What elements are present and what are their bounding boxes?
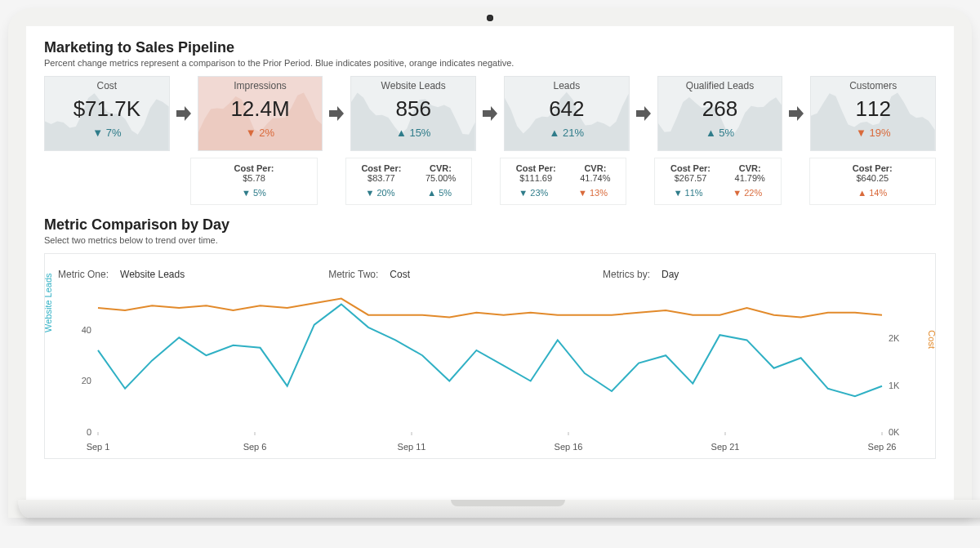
right-axis-title: Cost bbox=[927, 330, 937, 349]
series-line bbox=[98, 305, 882, 397]
cost-per-value: $267.57 bbox=[675, 173, 707, 183]
metrics-by-label: Metrics by: bbox=[603, 269, 650, 280]
dashboard-screen: Marketing to Sales Pipeline Percent chan… bbox=[26, 26, 954, 500]
spacer bbox=[166, 158, 187, 205]
funnel-stage[interactable]: Website Leads856▲ 15% bbox=[350, 76, 476, 151]
funnel-stage[interactable]: Cost$71.7K▼ 7% bbox=[44, 76, 170, 151]
stage-label: Website Leads bbox=[351, 80, 475, 91]
y-left-tick: 0 bbox=[87, 427, 91, 437]
spacer bbox=[475, 158, 497, 205]
stage-detail: Cost Per:$5.78▼ 5% bbox=[190, 158, 317, 205]
left-axis-title: Website Leads bbox=[43, 273, 53, 332]
stage-label: Impressions bbox=[198, 80, 323, 91]
cost-per-label: Cost Per: bbox=[670, 163, 710, 173]
cost-per-delta: ▼ 23% bbox=[519, 188, 548, 198]
stage-detail: Cost Per:$267.57CVR:41.79%▼ 11%▼ 22% bbox=[654, 158, 781, 205]
stage-detail: Cost Per:$111.69CVR:41.74%▼ 23%▼ 13% bbox=[500, 158, 626, 205]
spacer bbox=[44, 158, 163, 205]
y-left-tick: 40 bbox=[82, 325, 91, 335]
comparison-chart: Metric One: Website Leads Metric Two: Co… bbox=[44, 253, 936, 459]
spacer bbox=[785, 158, 806, 205]
cvr-label: CVR: bbox=[735, 163, 765, 173]
metric-two-label: Metric Two: bbox=[328, 269, 378, 280]
funnel-arrow-icon bbox=[326, 76, 347, 151]
stage-delta: ▼ 19% bbox=[811, 127, 935, 139]
y-right-tick: 1K bbox=[889, 381, 900, 390]
cost-per-delta: ▼ 5% bbox=[242, 188, 266, 198]
stage-value: 642 bbox=[505, 96, 629, 122]
stage-label: Qualified Leads bbox=[658, 80, 782, 91]
series-line bbox=[98, 299, 882, 318]
funnel-stage[interactable]: Leads642▲ 21% bbox=[504, 76, 630, 151]
cvr-value: 41.74% bbox=[580, 173, 610, 183]
x-tick: Sep 1 bbox=[87, 442, 110, 452]
stage-label: Leads bbox=[505, 80, 629, 91]
y-right-tick: 2K bbox=[889, 333, 900, 343]
x-tick: Sep 6 bbox=[243, 442, 267, 452]
cost-per-value: $5.78 bbox=[243, 173, 265, 183]
metric-one-select[interactable]: Website Leads bbox=[120, 269, 185, 280]
funnel-stage[interactable]: Impressions12.4M▼ 2% bbox=[198, 76, 323, 151]
y-right-tick: 0K bbox=[889, 427, 900, 437]
funnel-stage[interactable]: Customers112▼ 19% bbox=[810, 76, 936, 151]
line-chart-svg: 020400K1K2KSep 1Sep 6Sep 11Sep 16Sep 21S… bbox=[55, 283, 925, 455]
metric-two-select[interactable]: Cost bbox=[390, 269, 410, 280]
x-tick: Sep 16 bbox=[555, 442, 583, 452]
cvr-label: CVR: bbox=[425, 163, 456, 173]
laptop-frame: Marketing to Sales Pipeline Percent chan… bbox=[8, 8, 972, 518]
cost-per-label: Cost Per: bbox=[234, 163, 274, 173]
x-tick: Sep 11 bbox=[398, 442, 426, 452]
cvr-value: 41.79% bbox=[735, 173, 765, 183]
stage-delta: ▲ 5% bbox=[658, 127, 782, 139]
comparison-title: Metric Comparison by Day bbox=[44, 216, 936, 234]
cost-per-delta: ▼ 11% bbox=[674, 188, 703, 198]
camera-dot bbox=[487, 15, 493, 21]
cvr-delta: ▼ 13% bbox=[578, 188, 608, 198]
cvr-delta: ▲ 5% bbox=[427, 188, 452, 198]
cost-per-delta: ▲ 14% bbox=[858, 188, 887, 198]
chart-controls: Metric One: Website Leads Metric Two: Co… bbox=[58, 269, 922, 280]
stage-label: Customers bbox=[811, 80, 935, 91]
stage-value: 12.4M bbox=[198, 96, 323, 122]
cost-per-label: Cost Per: bbox=[516, 163, 556, 173]
cost-per-value: $83.77 bbox=[368, 173, 395, 183]
funnel-row: Cost$71.7K▼ 7%Impressions12.4M▼ 2%Websit… bbox=[44, 76, 936, 151]
cost-per-label: Cost Per: bbox=[361, 163, 401, 173]
page-subtitle: Percent change metrics represent a compa… bbox=[44, 58, 936, 68]
cvr-value: 75.00% bbox=[425, 173, 456, 183]
stage-delta: ▼ 7% bbox=[45, 127, 169, 139]
funnel-arrow-icon bbox=[173, 76, 194, 151]
funnel-arrow-icon bbox=[479, 76, 501, 151]
stage-value: 268 bbox=[658, 96, 782, 122]
page-title: Marketing to Sales Pipeline bbox=[44, 39, 936, 56]
cvr-label: CVR: bbox=[580, 163, 610, 173]
cvr-delta: ▼ 22% bbox=[733, 188, 762, 198]
metric-one-label: Metric One: bbox=[58, 269, 109, 280]
cost-per-label: Cost Per: bbox=[853, 163, 893, 173]
funnel-stage[interactable]: Qualified Leads268▲ 5% bbox=[657, 76, 783, 151]
stage-value: 856 bbox=[351, 96, 475, 122]
comparison-section: Metric Comparison by Day Select two metr… bbox=[44, 216, 936, 459]
x-tick: Sep 21 bbox=[711, 442, 740, 452]
funnel-arrow-icon bbox=[633, 76, 654, 151]
y-left-tick: 20 bbox=[82, 376, 91, 385]
stage-detail: Cost Per:$83.77CVR:75.00%▼ 20%▲ 5% bbox=[345, 158, 472, 205]
spacer bbox=[630, 158, 651, 205]
spacer bbox=[321, 158, 342, 205]
x-tick: Sep 26 bbox=[868, 442, 897, 452]
cost-per-value: $640.25 bbox=[856, 173, 889, 183]
cost-per-delta: ▼ 20% bbox=[366, 188, 395, 198]
stage-label: Cost bbox=[45, 80, 169, 91]
funnel-arrow-icon bbox=[786, 76, 807, 151]
metrics-by-select[interactable]: Day bbox=[662, 269, 679, 280]
stage-delta: ▲ 15% bbox=[351, 127, 475, 139]
stage-value: $71.7K bbox=[45, 96, 169, 122]
comparison-subtitle: Select two metrics below to trend over t… bbox=[44, 235, 936, 245]
stage-delta: ▲ 21% bbox=[505, 127, 629, 139]
funnel-details-row: Cost Per:$5.78▼ 5%Cost Per:$83.77CVR:75.… bbox=[44, 158, 936, 205]
stage-value: 112 bbox=[811, 96, 935, 122]
laptop-base bbox=[18, 500, 980, 518]
stage-delta: ▼ 2% bbox=[198, 127, 323, 139]
cost-per-value: $111.69 bbox=[519, 173, 552, 183]
stage-detail: Cost Per:$640.25▲ 14% bbox=[809, 158, 936, 205]
